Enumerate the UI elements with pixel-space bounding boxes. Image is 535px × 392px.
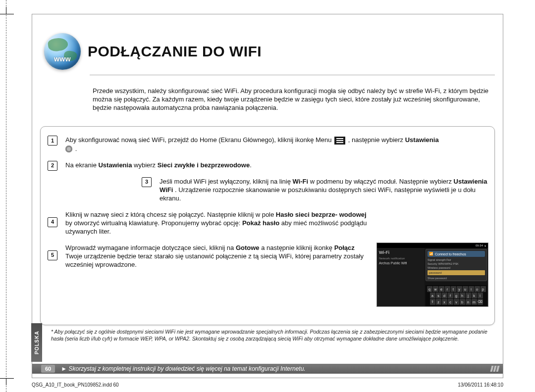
indd-filename: QSG_A10_IT_book_PN109852.indd 60 xyxy=(32,382,119,388)
key[interactable]: l xyxy=(478,293,483,298)
key[interactable]: r xyxy=(445,286,450,292)
step-text: Kliknij w nazwę sieci z którą chcesz się… xyxy=(65,211,276,218)
network-notification-label: Network notification xyxy=(379,257,423,260)
bar-decoration xyxy=(491,366,499,372)
step-text: a następnie kliknij ikonkę xyxy=(261,244,334,251)
wifi-status-icon: ▾ xyxy=(484,244,486,247)
kbd-row-3: ⇧zxcvbnm⌫ xyxy=(426,299,486,305)
key[interactable]: j xyxy=(466,293,471,298)
step-4: 4 Kliknij w nazwę sieci z którą chcesz s… xyxy=(48,210,487,236)
key[interactable]: ⇧ xyxy=(430,299,435,305)
key[interactable]: z xyxy=(436,299,441,305)
crop-mark xyxy=(0,378,14,379)
dialog-security-row: Security WPA/WPA2 PSK xyxy=(428,262,485,265)
step-text: . xyxy=(250,161,252,169)
dialog-signal-row: Signal strength Fair xyxy=(428,258,485,261)
key[interactable]: u xyxy=(463,286,468,292)
virtual-keyboard[interactable]: qwertyuiop asdfghjkl ⇧zxcvbnm⌫ xyxy=(426,285,487,306)
key[interactable]: t xyxy=(451,286,456,292)
status-bar: 09:34 ▾ xyxy=(377,243,488,248)
step-text-bold: Wi-Fi xyxy=(293,178,309,185)
step-2: 2 Na ekranie Ustawienia wybierz Sieci zw… xyxy=(48,161,487,169)
step-number: 4 xyxy=(48,217,57,227)
key[interactable]: c xyxy=(448,299,453,305)
step-text-bold: Pokaż hasło xyxy=(242,219,279,227)
password-field[interactable]: password xyxy=(428,270,485,275)
globe-www-label: www xyxy=(44,55,81,63)
key[interactable]: ⌫ xyxy=(478,299,483,305)
step-text-bold: Gotowe xyxy=(236,244,260,251)
page-frame: www PODŁĄCZANIE DO WIFI Przede wszystkim… xyxy=(32,14,503,378)
device-screenshot: 09:34 ▾ Wi-Fi Network notification Archo… xyxy=(376,243,488,307)
title-underline xyxy=(90,75,495,75)
step-text: Jeśli moduł WiFi jest wyłączony, kliknij… xyxy=(160,178,293,185)
bottom-bar: 60 ► Skorzystaj z kompletnej instrukcji … xyxy=(32,364,503,374)
step-text: Aby skonfigurować nową sieć WiFi, przejd… xyxy=(65,136,333,144)
page-title: PODŁĄCZANIE DO WIFI xyxy=(88,43,262,60)
bottom-bar-text: ► Skorzystaj z kompletnej instrukcji by … xyxy=(61,365,305,372)
crop-mark xyxy=(6,378,6,385)
wifi-icon: 📶 xyxy=(429,252,433,256)
key[interactable]: i xyxy=(469,286,474,292)
key[interactable]: d xyxy=(442,293,447,298)
crop-mark xyxy=(0,14,14,14)
key[interactable]: g xyxy=(454,293,459,298)
step-text: Twoje urządzenie będzie teraz starało si… xyxy=(65,252,364,268)
key[interactable]: n xyxy=(466,299,471,305)
step-text-bold: Połącz xyxy=(334,244,355,251)
key[interactable]: x xyxy=(442,299,447,305)
access-point-label: Archos Public Wifi xyxy=(379,261,423,265)
crop-guide xyxy=(6,0,6,392)
dialog-title-text: Connect to freechos xyxy=(435,252,466,256)
key[interactable]: v xyxy=(454,299,459,305)
step-text: wybierz xyxy=(134,161,158,169)
key[interactable]: q xyxy=(427,286,432,292)
key[interactable]: e xyxy=(439,286,444,292)
step-text: . Urządzenie rozpocznie skanowanie w pos… xyxy=(160,186,476,202)
step-text: Wprowadź wymagane informacje dotyczące s… xyxy=(65,244,236,251)
step-number: 3 xyxy=(142,177,152,187)
step-text-bold: Ustawienia xyxy=(98,161,132,169)
step-text: Na ekranie xyxy=(65,161,98,169)
key[interactable]: b xyxy=(460,299,465,305)
settings-left-panel: Wi-Fi Network notification Archos Public… xyxy=(377,248,425,307)
key[interactable]: w xyxy=(433,286,438,292)
step-text-bold: Hasło sieci bezprze- wodowej xyxy=(276,211,367,218)
footnote: * Aby połączyć się z ogólnie dostępnymi … xyxy=(51,328,495,342)
key[interactable]: s xyxy=(436,293,441,298)
kbd-row-1: qwertyuiop xyxy=(426,286,486,292)
step-text-bold: Ustawienia xyxy=(405,136,439,144)
dialog-title: 📶 Connect to freechos xyxy=(428,251,485,257)
menu-icon xyxy=(334,137,345,145)
connect-dialog: 📶 Connect to freechos Signal strength Fa… xyxy=(426,249,487,281)
intro-text: Przede wszystkim, należy skonfigurować s… xyxy=(93,87,494,112)
indd-timestamp: 13/06/2011 16:48:10 xyxy=(458,382,503,388)
key[interactable]: f xyxy=(448,293,453,298)
kbd-row-2: asdfghjkl xyxy=(426,293,486,298)
key[interactable]: h xyxy=(460,293,465,298)
dialog-wp-row: Wireless password xyxy=(428,266,485,269)
key[interactable]: p xyxy=(481,286,486,292)
header: www PODŁĄCZANIE DO WIFI xyxy=(44,33,262,70)
gear-icon xyxy=(65,146,72,152)
step-3: 3 Jeśli moduł WiFi jest wyłączony, klikn… xyxy=(142,177,487,202)
key[interactable]: m xyxy=(472,299,477,305)
globe-icon: www xyxy=(44,33,81,70)
show-password-row[interactable]: Show password xyxy=(428,277,485,280)
wifi-title: Wi-Fi xyxy=(379,250,423,255)
step-text: by otworzyć wirtualną klawiaturę. Propon… xyxy=(65,219,242,227)
step-number: 5 xyxy=(48,250,57,260)
step-text: w podmenu by włączyć moduł. Następnie wy… xyxy=(310,178,454,185)
crop-mark xyxy=(6,7,6,14)
key[interactable]: o xyxy=(475,286,480,292)
key[interactable]: a xyxy=(430,293,435,298)
key[interactable]: k xyxy=(472,293,477,298)
step-text: , następnie wybierz xyxy=(348,136,405,144)
step-number: 1 xyxy=(48,136,57,146)
step-text-bold: Sieci zwykłe i bezprzewodowe xyxy=(158,161,250,169)
page-number: 60 xyxy=(41,365,55,373)
status-time: 09:34 xyxy=(476,244,483,247)
step-number: 2 xyxy=(48,161,57,171)
key[interactable]: y xyxy=(457,286,462,292)
steps-box: 1 Aby skonfigurować nową sieć WiFi, prze… xyxy=(40,126,495,325)
